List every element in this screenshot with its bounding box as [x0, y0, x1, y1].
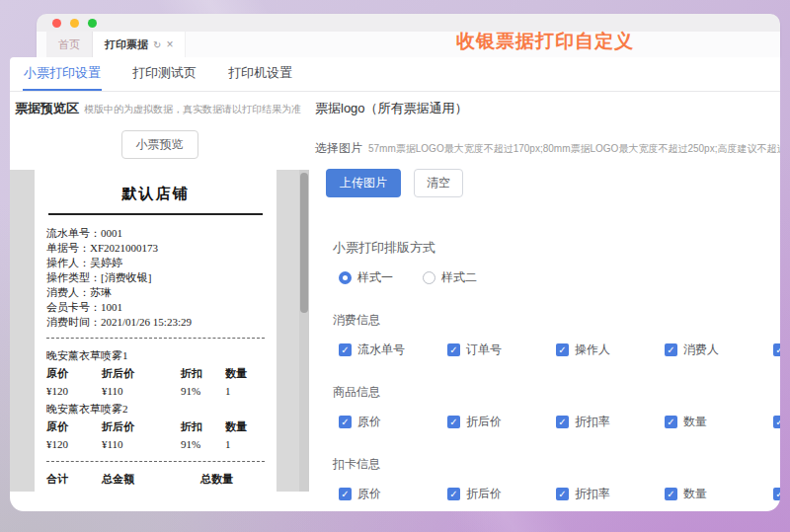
page-title: 收银票据打印自定义	[456, 29, 634, 54]
receipt-info-line: 操作类型：[消费收银]	[46, 270, 265, 285]
receipt-dashed-divider	[46, 338, 265, 339]
receipt-item-value-cell: ¥120	[46, 435, 102, 453]
preview-scrollbar-track[interactable]	[299, 170, 309, 492]
tab-strip: 首页 打印票据 ↻ ×	[37, 32, 780, 57]
checkbox-checked-icon: ✓	[665, 343, 677, 356]
checkbox-section-label: 扣卡信息	[333, 456, 780, 473]
receipt-info-line: 流水单号：0001	[46, 226, 265, 241]
receipt-item-value-cell: 91%	[181, 382, 225, 400]
checkbox-label: 数量	[683, 486, 707, 502]
receipt-info-line: 单据号：XF2021000173	[46, 241, 265, 256]
checkbox-label: 原价	[357, 486, 381, 502]
checkbox-checked-icon: ✓	[665, 488, 677, 500]
layout-section-title: 小票打印排版方式	[333, 239, 780, 257]
checkbox-折后价[interactable]: ✓折后价	[447, 486, 556, 502]
radio-style-two-label: 样式二	[441, 269, 477, 286]
preview-title: 票据预览区	[15, 101, 79, 115]
checkbox-label: 订单号	[466, 342, 502, 358]
checkbox-row: ✓原价✓折后价✓折扣率✓数量✓	[339, 414, 780, 430]
checkbox-label: 折扣率	[575, 486, 610, 502]
upload-image-button[interactable]: 上传图片	[326, 169, 401, 197]
logo-section-title: 票据logo（所有票据通用）	[309, 92, 780, 117]
checkbox-折扣率[interactable]: ✓折扣率	[556, 486, 665, 502]
tab-print-test-page[interactable]: 打印测试页	[131, 57, 198, 91]
logo-size-hint: 57mm票据LOGO最大宽度不超过170px;80mm票据LOGO最大宽度不超过…	[368, 143, 780, 154]
checkbox-流水单号[interactable]: ✓流水单号	[339, 342, 447, 358]
checkbox-label: 数量	[683, 414, 707, 430]
receipt-item-header-cell: 原价	[46, 418, 102, 435]
settings-nav: 小票打印设置 打印测试页 打印机设置	[10, 57, 780, 92]
checkbox-消费人[interactable]: ✓消费人	[665, 342, 773, 358]
receipt-item-value-cell: 1	[225, 382, 265, 400]
checkbox-数量[interactable]: ✓数量	[665, 486, 773, 502]
close-tab-icon[interactable]: ×	[166, 38, 173, 51]
receipt-item-header-cell: 折后价	[102, 364, 181, 382]
checkbox-label: 原价	[357, 414, 381, 430]
checkbox-row: ✓流水单号✓订单号✓操作人✓消费人✓	[339, 342, 780, 358]
tab-receipt-print-settings[interactable]: 小票打印设置	[23, 57, 102, 91]
checkbox-原价[interactable]: ✓原价	[339, 414, 447, 430]
checkbox-label: 消费人	[683, 342, 719, 358]
maximize-traffic-light-icon[interactable]	[88, 19, 97, 28]
settings-panel: 票据logo（所有票据通用） 选择图片57mm票据LOGO最大宽度不超过170p…	[309, 92, 780, 511]
checkbox-数量[interactable]: ✓数量	[665, 414, 773, 430]
title-bar	[37, 14, 780, 32]
preview-scrollbar-thumb[interactable]	[300, 173, 308, 313]
refresh-icon[interactable]: ↻	[153, 39, 161, 50]
checkbox-checked-icon: ✓	[339, 488, 352, 500]
select-image-label: 选择图片	[315, 141, 362, 155]
checkbox-原价[interactable]: ✓原价	[339, 486, 447, 502]
checkbox-clipped-partial[interactable]: ✓	[773, 486, 780, 502]
checkbox-checked-icon: ✓	[665, 416, 677, 428]
radio-style-one[interactable]: 样式一	[339, 269, 393, 286]
checkbox-checked-icon: ✓	[556, 343, 569, 356]
checkbox-checked-icon: ✓	[447, 416, 460, 428]
tab-print-receipt-label: 打印票据	[105, 38, 148, 52]
radio-style-one-label: 样式一	[357, 269, 393, 286]
checkbox-折后价[interactable]: ✓折后价	[447, 414, 556, 430]
checkbox-row: ✓原价✓折后价✓折扣率✓数量✓	[339, 486, 780, 502]
logo-buttons-row: 上传图片 清空	[326, 169, 780, 197]
checkbox-操作人[interactable]: ✓操作人	[556, 342, 665, 358]
receipt-item-header-cell: 数量	[225, 364, 265, 382]
tab-home[interactable]: 首页	[46, 32, 93, 57]
receipt-preview-button[interactable]: 小票预览	[121, 130, 198, 159]
checkbox-checked-icon: ✓	[773, 343, 780, 356]
checkbox-sections: 消费信息✓流水单号✓订单号✓操作人✓消费人✓商品信息✓原价✓折后价✓折扣率✓数量…	[309, 312, 780, 511]
receipt-item-name: 晚安薰衣草喷雾2	[46, 400, 265, 418]
receipt-info-line: 操作人：吴婷婷	[46, 256, 265, 270]
checkbox-折扣率[interactable]: ✓折扣率	[556, 414, 665, 430]
preview-header: 票据预览区模版中的为虚拟数据，真实数据请以打印结果为准	[10, 92, 309, 117]
content-area: 票据预览区模版中的为虚拟数据，真实数据请以打印结果为准 小票预览 默认店铺 流水…	[10, 92, 780, 511]
receipt-total-header-cell: 总金额	[102, 470, 200, 489]
checkbox-label: 折扣率	[575, 414, 610, 430]
preview-viewport: 默认店铺 流水单号：0001单据号：XF2021000173操作人：吴婷婷操作类…	[10, 170, 309, 492]
checkbox-checked-icon: ✓	[556, 488, 569, 500]
receipt-item-value-cell: 91%	[181, 435, 225, 453]
minimize-traffic-light-icon[interactable]	[70, 19, 79, 28]
receipt-item-name: 晚安薰衣草喷雾1	[46, 346, 265, 364]
receipt-item-headers: 原价折后价折扣数量	[46, 364, 265, 382]
receipt-divider	[48, 213, 263, 215]
checkbox-订单号[interactable]: ✓订单号	[447, 342, 556, 358]
receipt-dashed-divider	[46, 461, 265, 462]
receipt-item-header-cell: 折扣	[181, 418, 225, 435]
radio-unselected-icon	[423, 271, 435, 284]
receipt-total-value-cell: ¥220	[102, 489, 200, 492]
receipt-total-headers: 合计总金额总数量	[46, 470, 265, 489]
receipt-total-value-cell: 2	[200, 489, 270, 492]
checkbox-checked-icon: ✓	[447, 488, 460, 500]
close-traffic-light-icon[interactable]	[52, 19, 61, 28]
receipt-item-header-cell: 折后价	[102, 418, 181, 435]
checkbox-clipped-partial[interactable]: ✓	[773, 342, 780, 358]
tab-printer-settings[interactable]: 打印机设置	[227, 57, 293, 91]
checkbox-checked-icon: ✓	[339, 416, 352, 428]
tab-print-receipt[interactable]: 打印票据 ↻ ×	[93, 32, 186, 57]
receipt-item-values: ¥120¥11091%1	[46, 382, 265, 400]
receipt-total-header-cell: 合计	[46, 470, 102, 489]
receipt-item-value-cell: ¥110	[102, 435, 181, 453]
clear-button[interactable]: 清空	[414, 169, 463, 197]
checkbox-clipped-partial[interactable]: ✓	[773, 414, 780, 430]
receipt-body: 流水单号：0001单据号：XF2021000173操作人：吴婷婷操作类型：[消费…	[46, 226, 265, 492]
radio-style-two[interactable]: 样式二	[423, 269, 477, 286]
